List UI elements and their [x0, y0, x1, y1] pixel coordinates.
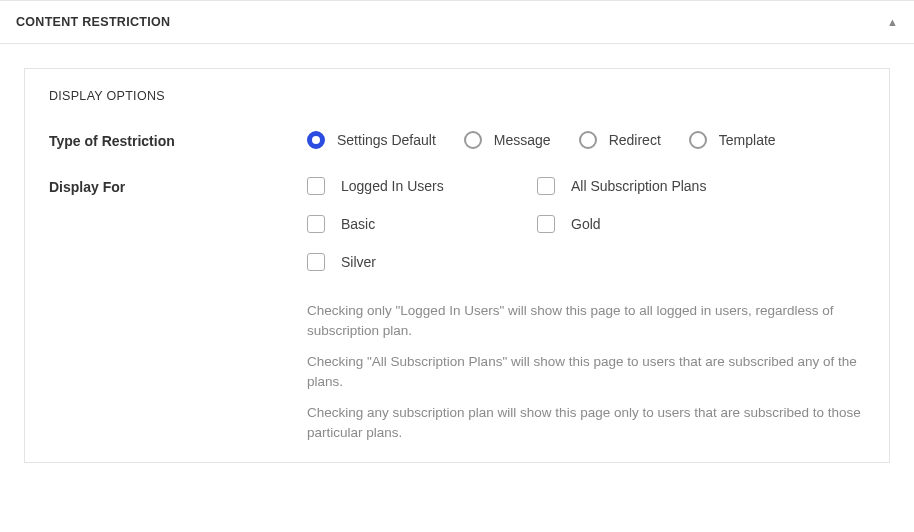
checkbox-icon [537, 215, 555, 233]
checkbox-label: Gold [571, 216, 601, 232]
checkbox-silver[interactable]: Silver [307, 253, 537, 271]
radio-template[interactable]: Template [689, 131, 776, 149]
checkbox-icon [307, 215, 325, 233]
radio-redirect[interactable]: Redirect [579, 131, 661, 149]
checkbox-label: Logged In Users [341, 178, 444, 194]
panel-title: CONTENT RESTRICTION [16, 15, 170, 29]
checkbox-icon [307, 253, 325, 271]
checkbox-label: Basic [341, 216, 375, 232]
checkbox-label: Silver [341, 254, 376, 270]
checkbox-label: All Subscription Plans [571, 178, 706, 194]
restriction-radio-group: Settings Default Message Redirect Templa… [307, 131, 865, 149]
radio-icon [689, 131, 707, 149]
help-paragraph: Checking only "Logged In Users" will sho… [307, 301, 865, 340]
radio-label: Redirect [609, 132, 661, 148]
checkbox-all-subscription-plans[interactable]: All Subscription Plans [537, 177, 865, 195]
display-for-group: Logged In Users All Subscription Plans B… [307, 177, 865, 442]
radio-icon [464, 131, 482, 149]
section-title: DISPLAY OPTIONS [49, 89, 865, 103]
radio-label: Template [719, 132, 776, 148]
help-paragraph: Checking "All Subscription Plans" will s… [307, 352, 865, 391]
panel-header[interactable]: CONTENT RESTRICTION ▲ [0, 0, 914, 44]
checkbox-icon [537, 177, 555, 195]
radio-settings-default[interactable]: Settings Default [307, 131, 436, 149]
checkbox-logged-in-users[interactable]: Logged In Users [307, 177, 537, 195]
help-text: Checking only "Logged In Users" will sho… [307, 301, 865, 442]
radio-label: Message [494, 132, 551, 148]
radio-icon [307, 131, 325, 149]
checkbox-icon [307, 177, 325, 195]
radio-message[interactable]: Message [464, 131, 551, 149]
checkbox-gold[interactable]: Gold [537, 215, 865, 233]
field-label-display-for: Display For [49, 177, 307, 442]
collapse-icon: ▲ [887, 16, 898, 28]
radio-icon [579, 131, 597, 149]
panel-body: DISPLAY OPTIONS Type of Restriction Sett… [24, 68, 890, 463]
field-row-restriction: Type of Restriction Settings Default Mes… [49, 131, 865, 149]
radio-label: Settings Default [337, 132, 436, 148]
field-row-display-for: Display For Logged In Users All Subscrip… [49, 177, 865, 442]
help-paragraph: Checking any subscription plan will show… [307, 403, 865, 442]
checkbox-basic[interactable]: Basic [307, 215, 537, 233]
field-label-restriction: Type of Restriction [49, 131, 307, 149]
